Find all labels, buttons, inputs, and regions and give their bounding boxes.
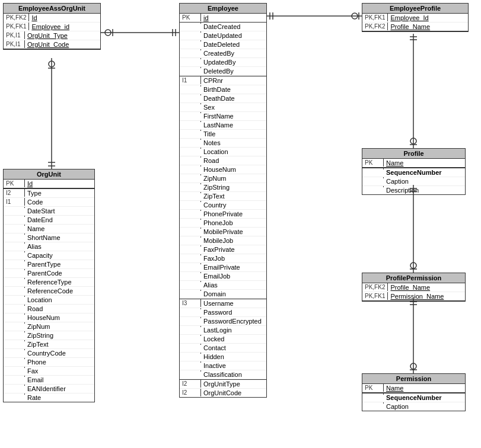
key-label <box>4 233 25 235</box>
key-label <box>180 112 201 113</box>
key-label <box>180 103 201 104</box>
field-name: Sex <box>201 103 217 111</box>
field-name: Classification <box>201 370 244 379</box>
table-employeeprofile: EmployeeProfile PK,FK1 Employee_Id PK,FK… <box>362 3 469 32</box>
field-name: ZipString <box>25 331 56 340</box>
field-name: ZipString <box>201 183 232 191</box>
key-label <box>180 40 201 41</box>
field-name: Username <box>201 299 236 308</box>
key-label <box>180 210 201 211</box>
field-name: DateUpdated <box>201 31 244 40</box>
key-label: PK,FK1 <box>362 14 388 21</box>
key-label <box>362 168 384 169</box>
field-name: Id <box>29 14 39 22</box>
key-label <box>180 353 201 354</box>
key-label: I2 <box>4 189 25 197</box>
key-label <box>4 305 25 306</box>
key-label <box>180 156 201 158</box>
field-name: ShortName <box>25 233 63 242</box>
key-label <box>180 192 201 193</box>
field-name: SequenceNumber <box>384 393 444 402</box>
field-name: Alias <box>201 281 220 289</box>
field-name: Phone <box>25 358 49 366</box>
key-label <box>180 23 201 24</box>
key-label <box>180 148 201 149</box>
field-name: Capacity <box>25 251 55 260</box>
key-label <box>180 335 201 336</box>
key-label: PK,I1 <box>4 40 25 48</box>
key-label: PK,FK2 <box>362 283 388 291</box>
key-label <box>4 393 25 395</box>
table-title-profilepermission: ProfilePermission <box>362 273 465 283</box>
svg-point-8 <box>352 13 358 19</box>
key-label: PK,FK2 <box>4 14 29 21</box>
table-title-employeeprofile: EmployeeProfile <box>362 4 468 14</box>
key-label <box>180 121 201 122</box>
field-name: ReferenceCode <box>25 287 75 295</box>
key-label: PK,FK1 <box>4 23 29 30</box>
key-label <box>4 207 25 208</box>
table-title-permission: Permission <box>362 374 465 384</box>
key-label <box>4 331 25 332</box>
field-name: Name <box>384 159 406 167</box>
field-name: ParentType <box>25 260 63 268</box>
key-label <box>180 219 201 220</box>
key-label <box>362 186 384 187</box>
key-label: I1 <box>4 198 25 206</box>
svg-point-1 <box>105 30 111 36</box>
field-name: PhoneJob <box>201 219 235 227</box>
field-name: Name <box>384 384 406 392</box>
field-name: DeathDate <box>201 94 237 103</box>
field-name: DateDeleted <box>201 40 242 49</box>
field-name: Location <box>201 148 231 156</box>
field-name: Road <box>201 156 221 165</box>
key-label <box>4 313 25 315</box>
field-name: Title <box>201 130 218 138</box>
field-name: Description <box>384 186 421 194</box>
field-name: CPRnr <box>201 76 225 85</box>
field-name: CountryCode <box>25 349 68 357</box>
field-name: Road <box>25 305 45 313</box>
field-name: ZipText <box>201 192 227 200</box>
key-label <box>4 287 25 288</box>
key-label <box>180 308 201 309</box>
table-permission: Permission PK Name SequenceNumber Captio… <box>362 373 466 411</box>
field-name: Employee_Id <box>388 14 431 22</box>
key-label: PK <box>180 14 201 21</box>
table-title-employeeassorgunit: EmployeeAssOrgUnit <box>4 4 100 14</box>
field-name: id <box>201 14 211 22</box>
key-label <box>4 376 25 377</box>
field-name: Type <box>25 189 44 197</box>
key-label: I1 <box>180 76 201 84</box>
table-title-profile: Profile <box>362 149 465 159</box>
field-name: MobileJob <box>201 236 235 245</box>
key-label <box>180 85 201 87</box>
field-name: SequenceNumber <box>384 168 444 177</box>
field-name: Domain <box>201 290 228 298</box>
key-label <box>180 254 201 255</box>
field-name: Hidden <box>201 353 227 361</box>
field-name: OrgUnitCode <box>201 389 244 397</box>
field-name: LastLogin <box>201 326 234 334</box>
key-label <box>180 139 201 140</box>
table-profile: Profile PK Name SequenceNumber Caption D… <box>362 148 466 195</box>
key-label <box>180 228 201 229</box>
key-label: I3 <box>180 299 201 307</box>
field-name: Profile_Name <box>388 283 432 292</box>
field-name: UpdatedBy <box>201 58 238 66</box>
diagram-container: EmployeeAssOrgUnit PK,FK2 Id PK,FK1 Empl… <box>0 0 481 448</box>
field-name: Contact <box>201 344 228 352</box>
field-name: Id <box>25 180 35 188</box>
field-name: Email <box>25 376 46 384</box>
table-title-orgunit: OrgUnit <box>4 169 94 180</box>
field-name: Notes <box>201 139 223 147</box>
key-label <box>4 340 25 341</box>
key-label <box>362 177 384 178</box>
key-label <box>180 326 201 327</box>
key-label <box>4 269 25 270</box>
table-title-employee: Employee <box>180 4 266 14</box>
key-label <box>180 361 201 363</box>
field-name: DateCreated <box>201 23 243 31</box>
field-name: DeletedBy <box>201 67 236 75</box>
field-name: EmailPrivate <box>201 263 243 271</box>
